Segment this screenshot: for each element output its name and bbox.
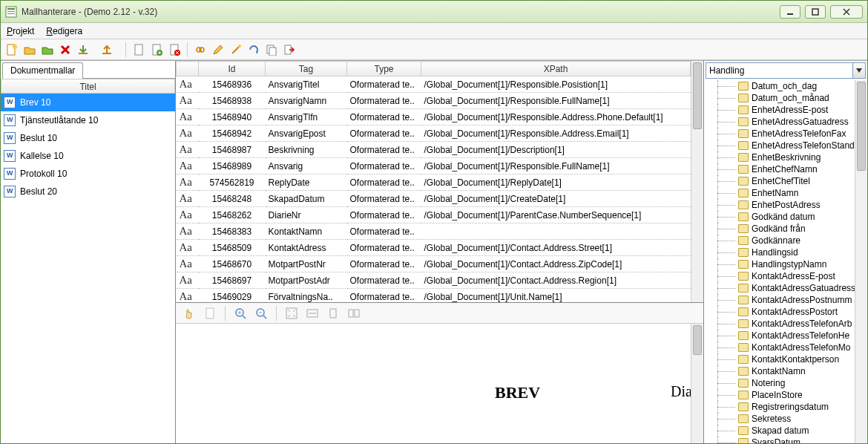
tb-upload-icon[interactable] (99, 42, 115, 58)
table-row[interactable]: Aa15468248SkapadDatumOformaterad te../Gl… (177, 191, 691, 207)
preview-page-icon[interactable] (201, 304, 219, 322)
tree-node[interactable]: EnhetAdressE-post (704, 104, 855, 116)
tb-edit-icon[interactable] (210, 42, 226, 58)
tb-doc-icon[interactable] (131, 42, 147, 58)
tree-node[interactable]: Notering (704, 377, 855, 389)
menu-projekt[interactable]: Projekt (7, 26, 34, 36)
table-row[interactable]: Aa15468989AnsvarigOformaterad te../Globa… (177, 158, 691, 174)
table-row[interactable]: Aa15468697MotpartPostAdrOformaterad te..… (177, 272, 691, 289)
tree-node[interactable]: EnhetChefTitel (704, 175, 855, 187)
tb-save-icon[interactable] (39, 42, 56, 58)
col-aa[interactable] (177, 62, 199, 76)
table-row[interactable]: Aa15468987BeskrivningOformaterad te../Gl… (177, 142, 691, 158)
tree-node[interactable]: Handlingsid (704, 247, 855, 258)
preview-scrollbar[interactable] (691, 324, 703, 443)
minimize-button[interactable] (780, 5, 800, 19)
row-tag: KontaktNamn (266, 223, 347, 240)
col-xpath[interactable]: XPath (421, 62, 691, 76)
tree-node[interactable]: PlaceInStore (704, 389, 855, 401)
fit-width-icon[interactable] (303, 304, 321, 322)
table-row[interactable]: Aa574562819ReplyDateOformaterad te../Glo… (177, 174, 691, 191)
tree-node[interactable]: KontaktNamn (704, 365, 855, 377)
tree-node[interactable]: EnhetChefNamn (704, 163, 855, 175)
template-item[interactable]: Brev 10 (1, 94, 175, 111)
row-xpath: /Global_Document[1]/Unit.Name[1] (421, 289, 691, 304)
tree-node[interactable]: Registreringsdatum (704, 401, 855, 413)
tree-node[interactable]: Sekretess (704, 413, 855, 425)
tb-doc-remove-icon[interactable] (166, 42, 183, 58)
template-item[interactable]: Protokoll 10 (1, 165, 175, 183)
single-page-icon[interactable] (324, 304, 342, 322)
tree-node[interactable]: EnhetAdressTelefonStand (704, 140, 855, 151)
tree-node[interactable]: KontaktAdressPostnumm (704, 294, 855, 306)
row-type: Oformaterad te.. (347, 289, 421, 304)
tree-node[interactable]: KontaktAdressTelefonArb (704, 318, 855, 330)
table-row[interactable]: Aa15468942AnsvarigEpostOformaterad te../… (177, 125, 691, 142)
tree-node[interactable]: EnhetPostAdress (704, 199, 855, 211)
tb-doc-add-icon[interactable] (148, 42, 165, 58)
row-aa: Aa (177, 223, 199, 240)
row-aa: Aa (177, 272, 199, 289)
tree-node-label: KontaktAdressE-post (752, 271, 835, 281)
table-row[interactable]: Aa15468938AnsvarigNamnOformaterad te../G… (177, 93, 691, 109)
list-header-titel[interactable]: Titel (1, 79, 175, 94)
tb-copy-icon[interactable] (263, 42, 280, 58)
tb-download-icon[interactable] (75, 42, 91, 58)
tree-node[interactable]: Godkännare (704, 235, 855, 247)
tree-node[interactable]: KontaktAdressGatuadress (704, 282, 855, 294)
tree-node[interactable]: EnhetAdressTelefonFax (704, 128, 855, 140)
tree-node[interactable]: KontaktAdressPostort (704, 306, 855, 318)
tree-node[interactable]: SvarsDatum (704, 437, 855, 443)
zoom-out-icon[interactable] (252, 304, 270, 322)
grid-scrollbar[interactable] (691, 61, 703, 302)
col-id[interactable]: Id (199, 62, 266, 76)
preview-area[interactable]: BREV Diarien (176, 324, 703, 443)
tb-delete-icon[interactable] (57, 42, 73, 58)
close-button[interactable] (830, 5, 863, 19)
tb-new-icon[interactable] (4, 42, 20, 58)
tree-scrollbar[interactable] (855, 80, 867, 443)
maximize-button[interactable] (805, 5, 826, 19)
chevron-down-icon[interactable] (852, 63, 865, 78)
tb-exit-icon[interactable] (281, 42, 297, 58)
tree-node[interactable]: KontaktKontaktperson (704, 353, 855, 365)
table-row[interactable]: Aa15469029FörvaltningsNa..Oformaterad te… (177, 289, 691, 304)
two-page-icon[interactable] (345, 304, 363, 322)
tree-node[interactable]: KontaktAdressE-post (704, 270, 855, 282)
tab-dokumentmallar[interactable]: Dokumentmallar (2, 62, 83, 79)
tree-node[interactable]: Skapad datum (704, 425, 855, 437)
tree-node[interactable]: EnhetAdressGatuadress (704, 116, 855, 128)
tree-node[interactable]: HandlingstypNamn (704, 258, 855, 270)
tree-node[interactable]: Datum_och_dag (704, 80, 855, 92)
table-row[interactable]: Aa15468940AnsvarigTlfnOformaterad te../G… (177, 109, 691, 125)
zoom-in-icon[interactable] (231, 304, 249, 322)
tree-node[interactable]: EnhetNamn (704, 187, 855, 199)
tree-node[interactable]: KontaktAdressTelefonMo (704, 342, 855, 353)
handling-combo[interactable]: Handling (706, 62, 866, 79)
menu-redigera[interactable]: Redigera (46, 26, 82, 36)
col-tag[interactable]: Tag (266, 62, 347, 76)
tree-node[interactable]: EnhetBeskrivning (704, 151, 855, 163)
tree-node[interactable]: KontaktAdressTelefonHe (704, 330, 855, 342)
table-row[interactable]: Aa15468509KontaktAdressOformaterad te../… (177, 240, 691, 256)
tb-link-icon[interactable] (192, 42, 208, 58)
preview-hand-icon[interactable] (180, 304, 198, 322)
tree-node[interactable]: Godkänd från (704, 223, 855, 235)
template-item[interactable]: Beslut 20 (1, 183, 175, 200)
fit-page-icon[interactable] (283, 304, 300, 322)
table-row[interactable]: Aa15468936AnsvarigTitelOformaterad te../… (177, 76, 691, 93)
template-item[interactable]: Beslut 10 (1, 129, 175, 147)
tree-node[interactable]: Datum_och_månad (704, 92, 855, 104)
table-row[interactable]: Aa15468670MotpartPostNrOformaterad te../… (177, 256, 691, 272)
template-item[interactable]: Kallelse 10 (1, 147, 175, 165)
tag-icon (738, 117, 749, 126)
col-type[interactable]: Type (347, 62, 421, 76)
tb-open-icon[interactable] (22, 42, 38, 58)
table-row[interactable]: Aa15468383KontaktNamnOformaterad te.. (177, 223, 691, 240)
table-row[interactable]: Aa15468262DiarieNrOformaterad te../Globa… (177, 207, 691, 223)
tb-refresh-icon[interactable] (246, 42, 262, 58)
tb-wand-icon[interactable] (228, 42, 244, 58)
template-item[interactable]: Tjänsteutlåtande 10 (1, 111, 175, 129)
handling-combo-value: Handling (709, 65, 744, 76)
tree-node[interactable]: Godkänd datum (704, 211, 855, 223)
